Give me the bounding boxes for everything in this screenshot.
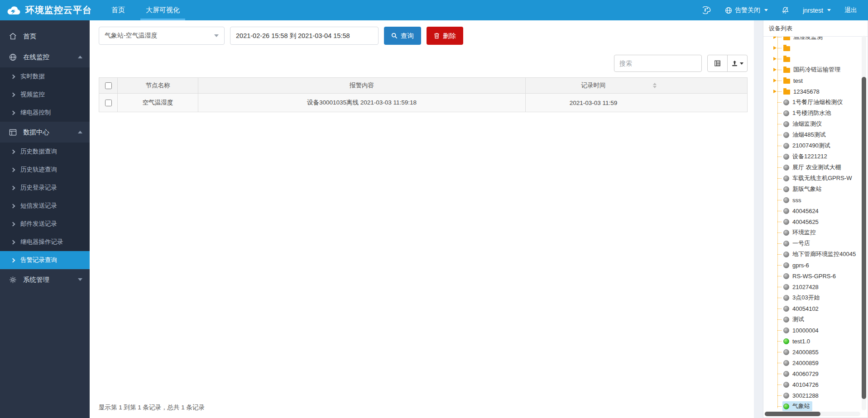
tree-device-row[interactable]: 40104726 <box>767 379 861 390</box>
sidebar-subitem[interactable]: 继电器操作记录 <box>0 233 90 251</box>
sidebar-subitem[interactable]: 历史数据查询 <box>0 142 90 161</box>
tree-device-row[interactable]: 1号楼消防水池 <box>767 108 861 119</box>
query-button[interactable]: 查询 <box>384 27 421 45</box>
tree-node-wrapper[interactable]: 12345678 <box>782 87 822 96</box>
tree-device-row[interactable]: 环境监控 <box>767 227 861 238</box>
tree-device-row[interactable]: 3点03开始 <box>767 292 861 303</box>
tree-node-wrapper[interactable]: 1号楼消防水池 <box>782 108 833 118</box>
vertical-scrollbar[interactable] <box>862 36 866 410</box>
tree-device-row[interactable]: 10000004 <box>767 325 861 336</box>
tree-device-row[interactable]: 40054102 <box>767 303 861 314</box>
logout-button[interactable]: 退出 <box>844 6 857 14</box>
scrollbar-thumb[interactable] <box>862 77 866 399</box>
tree-node-wrapper[interactable]: 环境监控 <box>782 228 818 238</box>
sidebar-subitem[interactable]: 历史轨迹查询 <box>0 161 90 179</box>
sidebar-subitem[interactable]: 继电器控制 <box>0 104 90 122</box>
tree-node-wrapper[interactable]: gprs-6 <box>782 261 811 270</box>
tree-node-wrapper[interactable]: 展厅 农业测试大棚 <box>782 162 844 172</box>
bell-muted-icon[interactable] <box>782 6 789 14</box>
tree-device-row[interactable]: 展厅 农业测试大棚 <box>767 162 861 173</box>
tree-node-wrapper[interactable]: 40060729 <box>782 370 821 378</box>
sidebar-subitem[interactable]: 邮件发送记录 <box>0 215 90 233</box>
tree-device-row[interactable]: 油烟485测试 <box>767 129 861 140</box>
sidebar-group-system-admin[interactable]: 系统管理 <box>0 269 90 290</box>
tree-node-wrapper[interactable]: 地下管廊环境监控40045 <box>782 249 858 259</box>
scrollbar-thumb[interactable] <box>765 412 820 416</box>
tree-device-row[interactable]: 测试 <box>767 314 861 325</box>
tree-node-wrapper[interactable]: 10000004 <box>782 326 821 335</box>
sidebar-subitem[interactable]: 视频监控 <box>0 86 90 104</box>
tree-folder-row[interactable] <box>767 53 861 64</box>
nav-item-home[interactable]: 首页 <box>101 0 135 20</box>
tree-folder-row[interactable]: test <box>767 75 861 86</box>
tree-device-row[interactable]: gprs-6 <box>767 260 861 271</box>
tree-device-row[interactable]: 一号店 <box>767 238 861 249</box>
sidebar-group-online-monitor[interactable]: 在线监控 <box>0 47 90 67</box>
tree-node-wrapper[interactable]: 21027428 <box>782 283 821 291</box>
tree-node-wrapper[interactable]: 油烟485测试 <box>782 130 828 140</box>
tree-device-row[interactable]: 新版气象站 <box>767 184 861 195</box>
col-header-node[interactable]: 节点名称 <box>117 78 198 93</box>
tree-node-wrapper[interactable]: 油烟监测仪 <box>782 119 824 129</box>
tree-device-row[interactable]: 40060729 <box>767 368 861 379</box>
sidebar-group-data-center[interactable]: 数据中心 <box>0 122 90 142</box>
theme-palette-icon[interactable] <box>703 6 711 14</box>
tree-folder-row[interactable]: 国药冷链运输管理 <box>767 64 861 75</box>
tree-node-wrapper[interactable]: 国药冷链运输管理 <box>782 65 843 75</box>
tree-device-row[interactable]: RS-WS-GPRS-6 <box>767 271 861 281</box>
tree-node-wrapper[interactable]: 车载无线主机GPRS-W <box>782 173 854 183</box>
tree-node-wrapper[interactable]: 3点03开始 <box>782 293 822 303</box>
tree-node-wrapper[interactable]: 设备1221212 <box>782 152 830 162</box>
expand-arrow-icon[interactable] <box>773 68 777 71</box>
tree-device-row[interactable]: 车载无线主机GPRS-W <box>767 173 861 184</box>
tree-node-wrapper[interactable]: 21007490测试 <box>782 141 833 151</box>
sidebar-subitem[interactable]: 告警记录查询 <box>0 251 90 269</box>
tree-device-row[interactable]: 21007490测试 <box>767 140 861 151</box>
sidebar-subitem[interactable]: 历史登录记录 <box>0 179 90 197</box>
expand-arrow-icon[interactable] <box>773 57 777 61</box>
tree-device-row[interactable]: test1.0 <box>767 336 861 347</box>
tree-device-row[interactable]: 气象站 <box>767 401 861 412</box>
sort-icon[interactable] <box>653 83 657 88</box>
tree-device-row[interactable]: 1号餐厅油烟检测仪 <box>767 97 861 108</box>
tree-node-wrapper[interactable]: sss <box>782 196 804 204</box>
tree-device-row[interactable]: 地下管廊环境监控40045 <box>767 249 861 260</box>
delete-button[interactable]: 删除 <box>427 27 463 45</box>
tree-node-wrapper[interactable]: 40054102 <box>782 304 821 313</box>
tree-node-wrapper[interactable]: 测试 <box>782 314 806 324</box>
expand-arrow-icon[interactable] <box>773 37 777 39</box>
date-range-input[interactable] <box>230 27 379 45</box>
col-header-content[interactable]: 报警内容 <box>198 78 525 93</box>
select-all-checkbox[interactable] <box>105 82 112 89</box>
node-select[interactable]: 气象站-空气温湿度 <box>99 27 225 45</box>
search-input[interactable] <box>614 55 702 72</box>
tree-device-row[interactable]: 油烟监测仪 <box>767 119 861 129</box>
tree-device-row[interactable]: 设备1221212 <box>767 151 861 162</box>
columns-toggle-button[interactable] <box>707 55 728 72</box>
tree-node-wrapper[interactable] <box>782 55 796 63</box>
tree-node-wrapper[interactable]: 40104726 <box>782 380 821 389</box>
sidebar-subitem[interactable]: 实时数据 <box>0 67 90 86</box>
expand-arrow-icon[interactable] <box>773 79 777 82</box>
tree-node-wrapper[interactable]: RS-WS-GPRS-6 <box>782 272 838 280</box>
tree-node-wrapper[interactable]: 1号餐厅油烟检测仪 <box>782 97 845 107</box>
tree-device-row[interactable]: 24000859 <box>767 357 861 368</box>
tree-node-wrapper[interactable]: 温湿度监测 <box>782 37 825 42</box>
tree-device-row[interactable]: sss <box>767 195 861 205</box>
tree-node-wrapper[interactable]: test <box>782 76 805 85</box>
tree-device-row[interactable]: 40045625 <box>767 216 861 227</box>
tree-device-row[interactable]: 40045624 <box>767 205 861 216</box>
sidebar-subitem[interactable]: 短信发送记录 <box>0 197 90 215</box>
tree-folder-row[interactable]: 12345678 <box>767 86 861 97</box>
col-header-time[interactable]: 记录时间 <box>525 78 661 93</box>
tree-node-wrapper[interactable]: 气象站 <box>782 401 812 411</box>
row-checkbox[interactable] <box>105 100 112 106</box>
tree-node-wrapper[interactable]: 30021288 <box>782 391 821 400</box>
tree-node-wrapper[interactable]: 40045624 <box>782 207 821 215</box>
tree-folder-row[interactable] <box>767 43 861 53</box>
sidebar-item-home[interactable]: 首页 <box>0 26 90 47</box>
tree-node-wrapper[interactable]: test1.0 <box>782 337 812 346</box>
alarm-toggle-dropdown[interactable]: 告警关闭 <box>725 6 768 14</box>
tree-node-wrapper[interactable]: 一号店 <box>782 238 812 248</box>
tree-node-wrapper[interactable] <box>782 44 796 52</box>
